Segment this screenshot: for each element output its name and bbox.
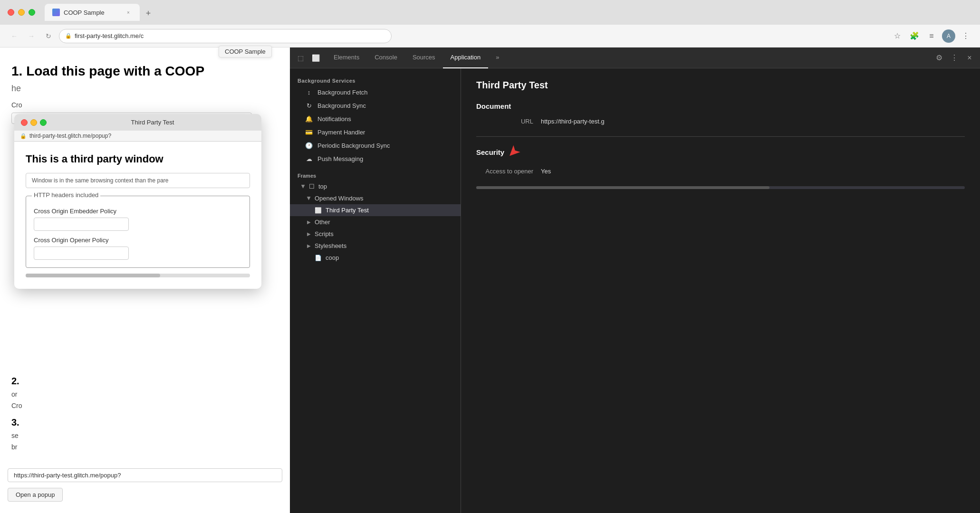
tab-favicon: [52, 9, 60, 16]
cast-icon[interactable]: ≡: [925, 29, 938, 43]
devtools-tabs-bar: ⬚ ⬜ Elements Console Sources Application…: [290, 48, 980, 68]
popup-window: Third Party Test 🔒 third-party-test.glit…: [14, 114, 261, 289]
frame-label-stylesheets: Stylesheets: [315, 242, 346, 249]
page-subtitle: he: [11, 84, 279, 94]
frame-item-top[interactable]: ▶ ☐ top: [290, 180, 461, 192]
browser-menu-button[interactable]: ⋮: [959, 29, 972, 43]
popup-section-legend: HTTP headers included: [32, 191, 100, 199]
devtools-kebab-icon[interactable]: ⋮: [948, 51, 961, 65]
devtools-close-button[interactable]: ×: [963, 51, 976, 65]
sidebar-item-label-background-fetch: Background Fetch: [317, 89, 368, 96]
popup-traffic-lights: [21, 119, 47, 126]
popup-titlebar: Third Party Test: [14, 114, 261, 131]
popup-maximize-light[interactable]: [40, 119, 47, 126]
toolbar: ← → ↻ 🔒 first-party-test.glitch.me/c COO…: [0, 25, 980, 48]
popup-body: This is a third party window Window is i…: [14, 142, 261, 289]
frame-item-scripts[interactable]: ▶ Scripts: [290, 228, 461, 240]
devtools-cursor-icon[interactable]: ⬚: [294, 51, 307, 65]
frame-label-coop: coop: [326, 254, 339, 261]
sidebar-item-push-messaging[interactable]: ☁ Push Messaging: [290, 152, 461, 165]
star-icon[interactable]: ☆: [891, 29, 904, 43]
minimize-traffic-light[interactable]: [18, 9, 25, 16]
open-popup-button[interactable]: Open a popup: [8, 488, 63, 502]
page-cro-text: Cro: [11, 101, 279, 109]
tab-title: COOP Sample: [64, 9, 105, 16]
periodic-bg-sync-icon: 🕐: [305, 142, 313, 149]
page-content: 1. Load this page with a COOP he Cro htt…: [0, 48, 290, 513]
frame-item-other[interactable]: ▶ Other: [290, 216, 461, 228]
security-section: Security ➤ Access to opener Yes: [476, 144, 965, 175]
popup-close-light[interactable]: [21, 119, 28, 126]
main-area: 1. Load this page with a COOP he Cro htt…: [0, 48, 980, 513]
section2-or: or: [11, 390, 279, 398]
tabs-area: COOP Sample × +: [45, 4, 156, 21]
popup-main-title: This is a third party window: [26, 153, 250, 165]
popup-field1-input[interactable]: [34, 218, 129, 231]
background-fetch-icon: ↕: [305, 88, 313, 96]
top-chevron: ▶: [301, 185, 306, 189]
background-sync-icon: ↻: [305, 102, 313, 109]
section3-area: 3. se br: [11, 417, 279, 451]
popup-scrollbar[interactable]: [26, 274, 250, 277]
sidebar-item-payment-handler[interactable]: 💳 Payment Handler: [290, 125, 461, 139]
url-label: URL: [476, 118, 533, 125]
address-bar[interactable]: 🔒 first-party-test.glitch.me/c: [59, 29, 392, 43]
frame-label-other: Other: [315, 218, 330, 226]
browser-tab-coop-sample[interactable]: COOP Sample ×: [45, 4, 140, 21]
bottom-area: Open a popup: [8, 468, 282, 502]
security-section-title: Security ➤: [476, 144, 965, 160]
devtools-tab-sources[interactable]: Sources: [405, 48, 443, 68]
document-section: Document URL https://third-party-test.g: [476, 102, 965, 125]
red-arrow-icon: ➤: [504, 143, 523, 162]
popup-minimize-light[interactable]: [30, 119, 37, 126]
security-label: Security: [476, 148, 504, 156]
url-tooltip: COOP Sample: [219, 46, 272, 57]
stylesheets-chevron: ▶: [307, 243, 311, 248]
scripts-chevron: ▶: [307, 231, 311, 237]
bg-services-section: Background Services ↕ Background Fetch ↻…: [290, 72, 461, 167]
devtools-main-panel: Third Party Test Document URL https://th…: [461, 68, 980, 513]
url-row: URL https://third-party-test.g: [476, 118, 965, 125]
sidebar-item-background-fetch[interactable]: ↕ Background Fetch: [290, 86, 461, 99]
access-label: Access to opener: [476, 168, 533, 175]
popup-url-input[interactable]: [8, 468, 282, 482]
tab-close-button[interactable]: ×: [125, 9, 132, 16]
sidebar-item-background-sync[interactable]: ↻ Background Sync: [290, 99, 461, 112]
section2-cro: Cro: [11, 402, 279, 409]
sidebar-item-label-payment-handler: Payment Handler: [317, 129, 365, 136]
browser-window: COOP Sample × + ← → ↻ 🔒 first-party-test…: [0, 0, 980, 513]
frame-label-third-party-test: Third Party Test: [326, 207, 369, 214]
popup-lock-icon: 🔒: [20, 133, 27, 139]
popup-field2-input[interactable]: [34, 247, 129, 260]
frame-item-opened-windows[interactable]: ▶ Opened Windows: [290, 192, 461, 204]
new-tab-button[interactable]: +: [141, 6, 156, 21]
devtools-tab-console[interactable]: Console: [367, 48, 405, 68]
frame-item-stylesheets[interactable]: ▶ Stylesheets: [290, 240, 461, 252]
forward-button[interactable]: →: [25, 29, 38, 43]
devtools-tab-more[interactable]: »: [488, 48, 507, 68]
section2-num: 2.: [11, 376, 279, 387]
section2-area: 2. or Cro: [11, 376, 279, 409]
devtools-device-icon[interactable]: ⬜: [309, 51, 322, 65]
extensions-icon[interactable]: 🧩: [908, 29, 921, 43]
document-section-title: Document: [476, 102, 965, 110]
back-button[interactable]: ←: [8, 29, 21, 43]
sidebar-item-notifications[interactable]: 🔔 Notifications: [290, 112, 461, 125]
section3-br: br: [11, 443, 279, 451]
third-party-frame-icon: ⬜: [315, 207, 322, 214]
frame-item-coop[interactable]: 📄 coop: [290, 252, 461, 264]
sidebar-item-periodic-bg-sync[interactable]: 🕐 Periodic Background Sync: [290, 139, 461, 152]
devtools-settings-icon[interactable]: ⚙: [932, 51, 946, 65]
maximize-traffic-light[interactable]: [29, 9, 35, 16]
popup-title: Third Party Test: [50, 119, 255, 126]
popup-info-box: Window is in the same browsing context t…: [26, 173, 250, 188]
sidebar-item-label-background-sync: Background Sync: [317, 102, 366, 109]
close-traffic-light[interactable]: [8, 9, 14, 16]
popup-url-bar: 🔒 third-party-test.glitch.me/popup?: [14, 131, 261, 142]
sidebar-item-label-notifications: Notifications: [317, 115, 351, 123]
refresh-button[interactable]: ↻: [42, 29, 55, 43]
devtools-tab-application[interactable]: Application: [443, 48, 489, 68]
devtools-tab-elements[interactable]: Elements: [326, 48, 367, 68]
profile-avatar[interactable]: A: [942, 29, 955, 43]
frame-item-third-party-test[interactable]: ⬜ Third Party Test: [290, 204, 461, 216]
